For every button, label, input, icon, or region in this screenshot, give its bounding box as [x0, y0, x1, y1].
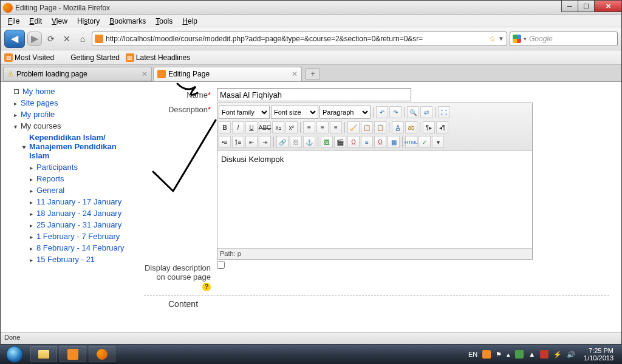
search-box[interactable]: ▾ Google	[510, 32, 618, 46]
url-text[interactable]: http://localhost/moodle/course/modedit.p…	[106, 35, 487, 43]
nav-week-5[interactable]: 8 February - 14 February	[5, 242, 127, 254]
align-left-button[interactable]: ≡	[303, 121, 315, 133]
replace-button[interactable]: ⇄	[420, 106, 432, 118]
paste-text-button[interactable]: 📋	[361, 121, 373, 133]
new-tab-button[interactable]: +	[306, 68, 320, 80]
forward-button[interactable]: ▶	[27, 32, 42, 46]
bold-button[interactable]: B	[219, 121, 231, 133]
equation-button[interactable]: Ω	[347, 136, 360, 148]
bullet-list-button[interactable]: •≡	[219, 136, 231, 148]
align-right-button[interactable]: ≡	[330, 121, 342, 133]
html-button[interactable]: HTML	[405, 136, 417, 148]
chevron-down-icon[interactable]: ▾	[432, 136, 444, 148]
taskbar-xampp[interactable]	[60, 346, 86, 362]
editor-textarea[interactable]: Diskusi Kelompok	[217, 151, 532, 248]
image-button[interactable]: 🖼	[321, 136, 333, 148]
nav-reports[interactable]: Reports	[5, 173, 127, 184]
bookmark-star-icon[interactable]: ☆	[489, 35, 496, 43]
italic-button[interactable]: I	[232, 121, 244, 133]
search-dropdown-icon[interactable]: ▾	[524, 36, 527, 42]
font-size-select[interactable]: Font size	[271, 106, 318, 119]
reload-button[interactable]: ⟳	[44, 32, 58, 46]
nav-site-pages[interactable]: Site pages	[5, 97, 127, 109]
nav-general[interactable]: General	[5, 184, 127, 196]
subscript-button[interactable]: x₂	[272, 121, 284, 133]
stop-button[interactable]: ✕	[60, 32, 73, 46]
nav-week-3[interactable]: 25 January - 31 January	[5, 219, 127, 231]
url-bar[interactable]: http://localhost/moodle/course/modedit.p…	[92, 32, 507, 46]
number-list-button[interactable]: 1≡	[232, 136, 244, 148]
bookmark-latest-headlines[interactable]: ▧Latest Headlines	[126, 53, 190, 62]
media-button[interactable]: 🎬	[334, 136, 346, 148]
back-button[interactable]: ◀	[4, 30, 25, 48]
ltr-button[interactable]: ¶▸	[423, 121, 435, 133]
nonbreaking-button[interactable]: ≡	[361, 136, 373, 148]
bg-color-button[interactable]: ab	[405, 121, 417, 133]
menu-tools[interactable]: Tools	[151, 16, 177, 27]
menu-edit[interactable]: Edit	[24, 16, 47, 27]
nav-participants[interactable]: Participants	[5, 161, 127, 173]
spellcheck-button[interactable]: ✓	[419, 136, 431, 148]
indent-button[interactable]: ⇥	[259, 136, 271, 148]
format-select[interactable]: Paragraph	[320, 106, 371, 119]
tray-av-icon[interactable]	[515, 350, 524, 359]
menu-help[interactable]: Help	[177, 16, 202, 27]
close-button[interactable]: ✕	[594, 0, 622, 12]
home-button[interactable]: ⌂	[76, 32, 89, 46]
anchor-button[interactable]: ⚓	[303, 136, 315, 148]
tray-xampp-icon[interactable]	[482, 350, 491, 359]
text-color-button[interactable]: A	[392, 121, 404, 133]
language-indicator[interactable]: EN	[468, 351, 477, 358]
nav-week-2[interactable]: 18 January - 24 January	[5, 207, 127, 219]
maximize-button[interactable]: ☐	[578, 0, 595, 12]
paste-word-button[interactable]: 📋	[374, 121, 386, 133]
menu-bookmarks[interactable]: Bookmarks	[104, 16, 151, 27]
link-button[interactable]: 🔗	[276, 136, 289, 148]
tab-close-icon[interactable]: ✕	[292, 70, 298, 78]
rtl-button[interactable]: ◂¶	[436, 121, 448, 133]
menu-view[interactable]: View	[47, 16, 72, 27]
nav-my-home[interactable]: My home	[5, 86, 127, 97]
name-input[interactable]	[217, 88, 411, 101]
url-dropdown-icon[interactable]: ▼	[498, 35, 504, 42]
minimize-button[interactable]: ─	[561, 0, 578, 12]
unlink-button[interactable]: ⛓	[290, 136, 302, 148]
tray-volume-icon[interactable]: 🔊	[567, 351, 575, 359]
cleanup-button[interactable]: 🧹	[347, 121, 360, 133]
tab-editing-page[interactable]: Editing Page ✕	[153, 67, 302, 81]
charmap-button[interactable]: Ω	[374, 136, 386, 148]
strikethrough-button[interactable]: ABC	[259, 121, 271, 133]
tab-problem-loading[interactable]: ⚠ Problem loading page ✕	[3, 67, 152, 81]
tab-close-icon[interactable]: ✕	[142, 70, 148, 78]
table-button[interactable]: ▦	[388, 136, 400, 148]
tray-network-icon[interactable]: ▴	[507, 351, 510, 359]
nav-week-4[interactable]: 1 February - 7 February	[5, 231, 127, 242]
taskbar-firefox[interactable]	[89, 346, 115, 362]
taskbar-clock[interactable]: 7:25 PM 1/10/2013	[580, 347, 617, 362]
bookmark-getting-started[interactable]: Getting Started	[60, 53, 120, 62]
superscript-button[interactable]: x²	[285, 121, 298, 133]
start-button[interactable]	[0, 345, 29, 364]
menu-history[interactable]: History	[72, 16, 104, 27]
redo-button[interactable]: ↷	[389, 106, 402, 118]
fullscreen-button[interactable]: ⛶	[438, 106, 450, 118]
align-center-button[interactable]: ≡	[316, 121, 329, 133]
help-icon[interactable]: ?	[202, 283, 211, 291]
tray-action-center-icon[interactable]: ⚑	[496, 351, 502, 359]
outdent-button[interactable]: ⇤	[245, 136, 258, 148]
bookmark-most-visited[interactable]: ▧Most Visited	[4, 53, 54, 62]
nav-week-1[interactable]: 11 January - 17 January	[5, 196, 127, 207]
tray-chevron-up-icon[interactable]: ▲	[528, 351, 535, 358]
tray-app-icon[interactable]	[540, 350, 549, 359]
display-desc-checkbox[interactable]	[217, 261, 225, 269]
underline-button[interactable]: U	[245, 121, 258, 133]
taskbar-explorer[interactable]	[30, 346, 57, 362]
nav-week-6[interactable]: 15 February - 21	[5, 254, 127, 265]
nav-my-courses[interactable]: My courses	[5, 120, 127, 132]
font-family-select[interactable]: Font family	[219, 106, 270, 119]
tray-power-icon[interactable]: ⚡	[553, 351, 562, 359]
find-button[interactable]: 🔍	[407, 106, 419, 118]
undo-button[interactable]: ↶	[376, 106, 388, 118]
menu-file[interactable]: File	[3, 16, 24, 27]
nav-course[interactable]: Kependidikan Islam/ Manajemen Pendidikan…	[5, 132, 127, 161]
